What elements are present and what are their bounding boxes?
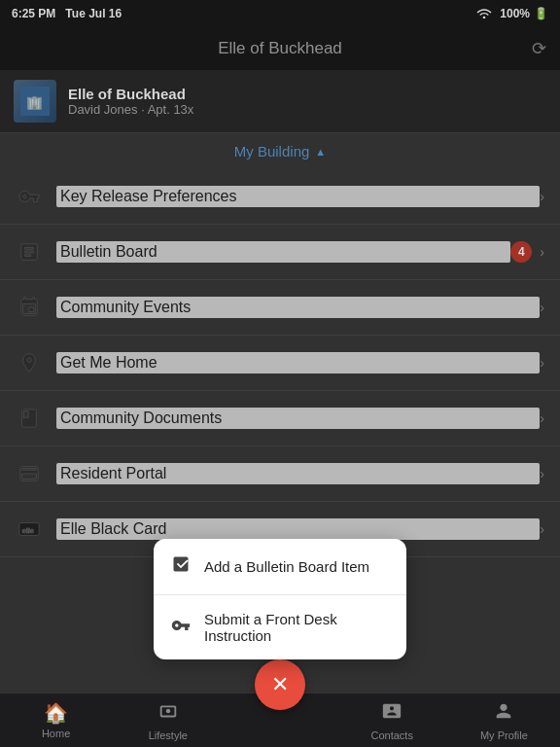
my-profile-tab-label: My Profile (480, 729, 528, 741)
tab-contacts[interactable]: Contacts (336, 700, 448, 741)
my-profile-icon (493, 700, 514, 727)
lifestyle-icon (158, 700, 179, 727)
popup-front-desk[interactable]: Submit a Front Desk Instruction (154, 595, 406, 659)
front-desk-label: Submit a Front Desk Instruction (204, 611, 389, 644)
home-tab-label: Home (42, 728, 70, 739)
tab-lifestyle[interactable]: Lifestyle (112, 700, 224, 741)
lifestyle-tab-label: Lifestyle (149, 729, 188, 741)
contacts-icon (381, 700, 402, 727)
home-icon: 🏠 (44, 701, 68, 725)
front-desk-icon (171, 616, 191, 640)
contacts-tab-label: Contacts (371, 729, 413, 741)
tab-home[interactable]: 🏠 Home (0, 701, 112, 739)
fab-close-icon: ✕ (271, 674, 289, 695)
popup-menu: Add a Bulletin Board Item Submit a Front… (154, 539, 406, 659)
add-bulletin-label: Add a Bulletin Board Item (204, 558, 369, 575)
fab-button[interactable]: ✕ (255, 659, 305, 710)
clipboard-icon (171, 554, 191, 579)
tab-my-profile[interactable]: My Profile (448, 700, 560, 741)
popup-add-bulletin[interactable]: Add a Bulletin Board Item (154, 539, 406, 595)
